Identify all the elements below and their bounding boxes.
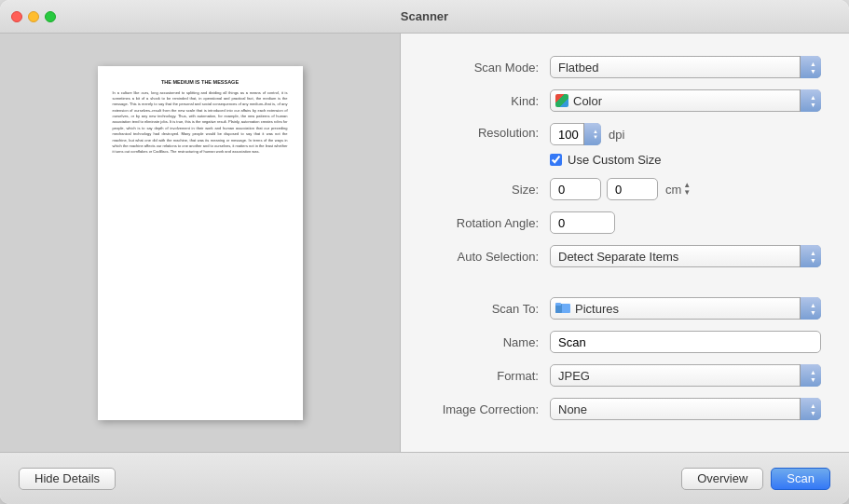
resolution-group: dpi — [550, 123, 821, 145]
preview-body: In a culture like ours, long accustomed … — [113, 90, 288, 156]
size-group: cm ▲ ▼ — [550, 178, 821, 200]
size-label: Size: — [429, 183, 550, 197]
rotation-row: Rotation Angle: — [429, 211, 821, 234]
preview-panel: THE MEDIUM IS THE MESSAGE In a culture l… — [0, 34, 401, 452]
format-label: Format: — [429, 369, 550, 383]
preview-paper: THE MEDIUM IS THE MESSAGE In a culture l… — [98, 66, 303, 420]
format-wrapper: JPEG PNG TIFF PDF — [550, 364, 821, 387]
use-custom-size-checkbox[interactable] — [550, 154, 562, 166]
preview-title: THE MEDIUM IS THE MESSAGE — [113, 79, 288, 85]
minimize-button[interactable] — [28, 11, 39, 22]
close-button[interactable] — [11, 11, 22, 22]
resolution-spinner-wrapper — [550, 123, 601, 145]
overview-button[interactable]: Overview — [681, 468, 763, 490]
scan-to-wrapper: Pictures — [550, 297, 821, 320]
image-correction-wrapper: None Manual — [550, 398, 821, 420]
rotation-control — [550, 211, 821, 234]
cm-wrapper: cm ▲ ▼ — [664, 182, 691, 197]
hide-details-button[interactable]: Hide Details — [19, 468, 116, 490]
scan-mode-select[interactable]: Flatbed Sheet Feeder — [550, 56, 821, 78]
toolbar: Hide Details Overview Scan — [0, 452, 849, 504]
resolution-label: Resolution: — [429, 123, 550, 140]
cm-arrows: ▲ ▼ — [683, 182, 691, 197]
resolution-row: Resolution: dpi Use Custom Size — [429, 123, 821, 167]
rotation-input[interactable] — [550, 211, 615, 234]
scan-button[interactable]: Scan — [771, 468, 830, 490]
scan-to-row: Scan To: Pictures — [429, 297, 821, 320]
scan-to-label: Scan To: — [429, 302, 550, 316]
resolution-input[interactable] — [550, 123, 601, 145]
format-select[interactable]: JPEG PNG TIFF PDF — [550, 364, 821, 387]
name-control — [550, 331, 821, 353]
resolution-block: dpi Use Custom Size — [550, 123, 821, 167]
rotation-label: Rotation Angle: — [429, 216, 550, 230]
window-title: Scanner — [401, 9, 448, 23]
size-height-input[interactable] — [607, 178, 658, 200]
main-content: THE MEDIUM IS THE MESSAGE In a culture l… — [0, 34, 849, 452]
size-width-input[interactable] — [550, 178, 601, 200]
scan-mode-wrapper: Flatbed Sheet Feeder — [550, 56, 821, 78]
kind-row: Kind: Color Black & White Grayscale — [429, 89, 821, 112]
main-window: Scanner THE MEDIUM IS THE MESSAGE In a c… — [0, 0, 849, 504]
traffic-lights — [11, 11, 56, 22]
name-row: Name: — [429, 331, 821, 353]
name-label: Name: — [429, 335, 550, 349]
auto-selection-select[interactable]: Detect Separate Items None — [550, 245, 821, 267]
image-correction-label: Image Correction: — [429, 402, 550, 416]
auto-selection-label: Auto Selection: — [429, 250, 550, 264]
dpi-label: dpi — [609, 128, 624, 142]
format-row: Format: JPEG PNG TIFF PDF — [429, 364, 821, 387]
cm-label: cm — [665, 183, 681, 197]
cm-down-arrow[interactable]: ▼ — [683, 189, 691, 197]
name-input[interactable] — [550, 331, 821, 353]
size-row: Size: cm ▲ ▼ — [429, 178, 821, 200]
custom-size-row: Use Custom Size — [550, 153, 821, 167]
kind-wrapper: Color Black & White Grayscale — [550, 89, 821, 112]
kind-label: Kind: — [429, 94, 550, 108]
titlebar: Scanner — [0, 0, 849, 34]
scan-mode-row: Scan Mode: Flatbed Sheet Feeder — [429, 56, 821, 78]
image-correction-row: Image Correction: None Manual — [429, 398, 821, 420]
auto-selection-wrapper: Detect Separate Items None — [550, 245, 821, 267]
scan-mode-label: Scan Mode: — [429, 61, 550, 75]
toolbar-right: Overview Scan — [681, 468, 830, 490]
auto-selection-row: Auto Selection: Detect Separate Items No… — [429, 245, 821, 267]
kind-select[interactable]: Color Black & White Grayscale — [550, 89, 821, 112]
controls-panel: Scan Mode: Flatbed Sheet Feeder Kind: Co… — [401, 34, 849, 452]
image-correction-select[interactable]: None Manual — [550, 398, 821, 420]
maximize-button[interactable] — [45, 11, 56, 22]
scan-to-select[interactable]: Pictures — [550, 297, 821, 320]
use-custom-size-label: Use Custom Size — [568, 153, 661, 167]
